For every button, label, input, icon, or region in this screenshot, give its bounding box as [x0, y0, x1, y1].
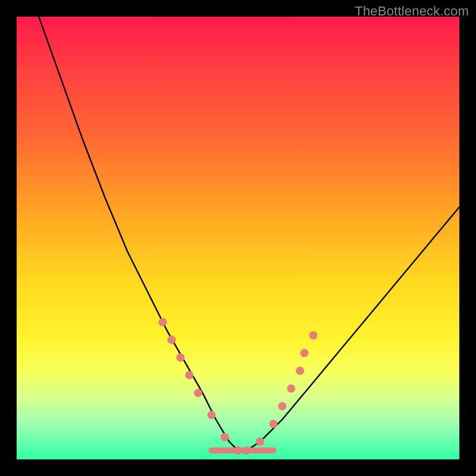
- marker-dot: [194, 389, 202, 397]
- marker-dot: [300, 349, 309, 357]
- bottleneck-plot: [17, 17, 459, 459]
- marker-dot: [221, 433, 229, 441]
- marker-dot: [207, 411, 215, 419]
- marker-dot: [296, 367, 304, 375]
- marker-dot: [256, 437, 264, 446]
- marker-dot: [159, 318, 167, 326]
- bottleneck-curve: [39, 17, 459, 450]
- marker-dot: [243, 446, 251, 455]
- marker-dot: [270, 420, 278, 428]
- marker-dot: [167, 336, 176, 344]
- marker-dot: [176, 353, 184, 362]
- watermark-text: TheBottleneck.com: [355, 4, 469, 19]
- marker-dot: [234, 446, 242, 455]
- highlight-points: [159, 318, 318, 455]
- chart-area: [17, 17, 459, 459]
- marker-dot: [309, 331, 318, 340]
- marker-dot: [278, 402, 286, 411]
- marker-dot: [185, 371, 193, 380]
- marker-dot: [287, 384, 295, 393]
